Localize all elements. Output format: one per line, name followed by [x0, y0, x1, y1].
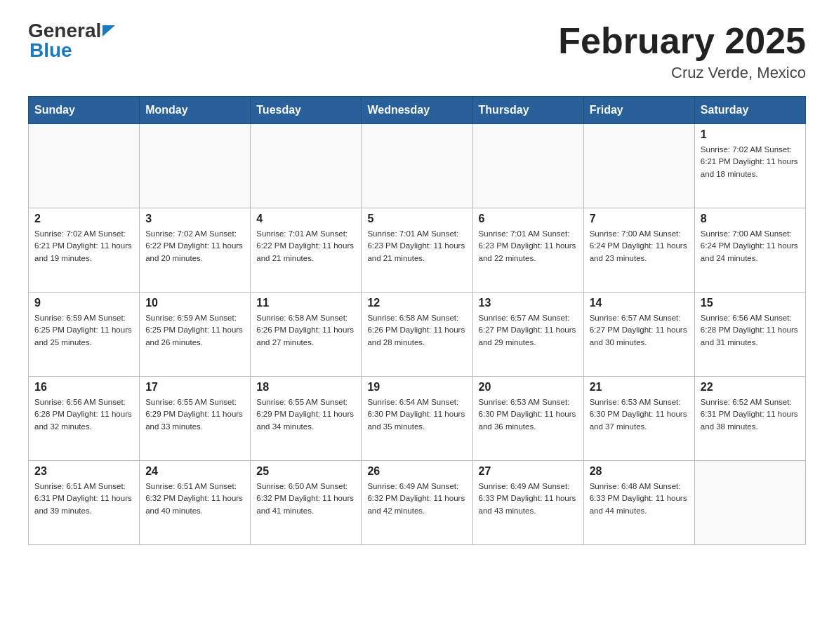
day-info: Sunrise: 7:02 AM Sunset: 6:21 PM Dayligh…: [701, 144, 800, 180]
day-info: Sunrise: 6:58 AM Sunset: 6:26 PM Dayligh…: [367, 312, 466, 349]
col-wednesday: Wednesday: [362, 97, 472, 124]
table-row: [472, 124, 583, 208]
day-number: 1: [701, 128, 800, 141]
day-number: 5: [367, 213, 466, 225]
table-row: 13Sunrise: 6:57 AM Sunset: 6:27 PM Dayli…: [472, 293, 583, 377]
table-row: 10Sunrise: 6:59 AM Sunset: 6:25 PM Dayli…: [140, 293, 251, 377]
calendar-table: Sunday Monday Tuesday Wednesday Thursday…: [28, 96, 806, 545]
day-info: Sunrise: 6:57 AM Sunset: 6:27 PM Dayligh…: [590, 312, 689, 349]
day-info: Sunrise: 6:49 AM Sunset: 6:33 PM Dayligh…: [479, 481, 578, 517]
table-row: 2Sunrise: 7:02 AM Sunset: 6:21 PM Daylig…: [29, 208, 140, 293]
day-number: 13: [479, 297, 578, 309]
calendar-header-row: Sunday Monday Tuesday Wednesday Thursday…: [29, 97, 806, 124]
calendar-title: February 2025: [558, 21, 806, 61]
table-row: 7Sunrise: 7:00 AM Sunset: 6:24 PM Daylig…: [583, 208, 694, 293]
logo: General Blue: [28, 21, 118, 60]
table-row: 1Sunrise: 7:02 AM Sunset: 6:21 PM Daylig…: [694, 124, 805, 208]
table-row: [140, 124, 251, 208]
table-row: 11Sunrise: 6:58 AM Sunset: 6:26 PM Dayli…: [251, 293, 362, 377]
table-row: 17Sunrise: 6:55 AM Sunset: 6:29 PM Dayli…: [140, 377, 251, 461]
title-area: February 2025 Cruz Verde, Mexico: [558, 21, 806, 82]
table-row: [251, 124, 362, 208]
day-number: 27: [479, 465, 578, 478]
table-row: 25Sunrise: 6:50 AM Sunset: 6:32 PM Dayli…: [251, 461, 362, 545]
table-row: 14Sunrise: 6:57 AM Sunset: 6:27 PM Dayli…: [583, 293, 694, 377]
day-number: 12: [367, 297, 466, 309]
day-number: 16: [34, 381, 133, 394]
day-info: Sunrise: 7:02 AM Sunset: 6:21 PM Dayligh…: [34, 228, 133, 264]
day-info: Sunrise: 6:57 AM Sunset: 6:27 PM Dayligh…: [479, 312, 578, 349]
table-row: 20Sunrise: 6:53 AM Sunset: 6:30 PM Dayli…: [472, 377, 583, 461]
day-number: 15: [701, 297, 800, 309]
day-number: 19: [367, 381, 466, 394]
day-info: Sunrise: 7:00 AM Sunset: 6:24 PM Dayligh…: [590, 228, 689, 264]
day-number: 22: [701, 381, 800, 394]
col-tuesday: Tuesday: [251, 97, 362, 124]
table-row: [694, 461, 805, 545]
calendar-week-row: 1Sunrise: 7:02 AM Sunset: 6:21 PM Daylig…: [29, 124, 806, 208]
day-number: 10: [145, 297, 244, 309]
table-row: 6Sunrise: 7:01 AM Sunset: 6:23 PM Daylig…: [472, 208, 583, 293]
calendar-subtitle: Cruz Verde, Mexico: [558, 64, 806, 82]
logo-general-text: General: [28, 21, 101, 41]
logo-blue-text: Blue: [29, 41, 72, 60]
svg-marker-0: [102, 25, 115, 36]
day-number: 9: [34, 297, 133, 309]
day-info: Sunrise: 6:53 AM Sunset: 6:30 PM Dayligh…: [479, 396, 578, 433]
table-row: [29, 124, 140, 208]
day-number: 18: [256, 381, 355, 394]
calendar-week-row: 23Sunrise: 6:51 AM Sunset: 6:31 PM Dayli…: [29, 461, 806, 545]
col-monday: Monday: [140, 97, 251, 124]
day-number: 24: [145, 465, 244, 478]
day-info: Sunrise: 7:01 AM Sunset: 6:23 PM Dayligh…: [479, 228, 578, 264]
day-info: Sunrise: 6:51 AM Sunset: 6:31 PM Dayligh…: [34, 481, 133, 517]
table-row: 3Sunrise: 7:02 AM Sunset: 6:22 PM Daylig…: [140, 208, 251, 293]
header: General Blue February 2025 Cruz Verde, M…: [28, 21, 806, 82]
table-row: 22Sunrise: 6:52 AM Sunset: 6:31 PM Dayli…: [694, 377, 805, 461]
table-row: 5Sunrise: 7:01 AM Sunset: 6:23 PM Daylig…: [362, 208, 472, 293]
day-info: Sunrise: 6:55 AM Sunset: 6:29 PM Dayligh…: [145, 396, 244, 433]
calendar-week-row: 9Sunrise: 6:59 AM Sunset: 6:25 PM Daylig…: [29, 293, 806, 377]
day-info: Sunrise: 6:59 AM Sunset: 6:25 PM Dayligh…: [145, 312, 244, 349]
day-info: Sunrise: 6:56 AM Sunset: 6:28 PM Dayligh…: [701, 312, 800, 349]
table-row: 12Sunrise: 6:58 AM Sunset: 6:26 PM Dayli…: [362, 293, 472, 377]
table-row: 23Sunrise: 6:51 AM Sunset: 6:31 PM Dayli…: [29, 461, 140, 545]
day-info: Sunrise: 6:56 AM Sunset: 6:28 PM Dayligh…: [34, 396, 133, 433]
table-row: [583, 124, 694, 208]
table-row: 8Sunrise: 7:00 AM Sunset: 6:24 PM Daylig…: [694, 208, 805, 293]
day-info: Sunrise: 7:01 AM Sunset: 6:23 PM Dayligh…: [367, 228, 466, 264]
logo-triangle-icon: [102, 22, 118, 38]
table-row: 4Sunrise: 7:01 AM Sunset: 6:22 PM Daylig…: [251, 208, 362, 293]
table-row: [362, 124, 472, 208]
day-info: Sunrise: 6:50 AM Sunset: 6:32 PM Dayligh…: [256, 481, 355, 517]
day-info: Sunrise: 7:02 AM Sunset: 6:22 PM Dayligh…: [145, 228, 244, 264]
day-info: Sunrise: 6:53 AM Sunset: 6:30 PM Dayligh…: [590, 396, 689, 433]
day-number: 17: [145, 381, 244, 394]
day-number: 14: [590, 297, 689, 309]
day-number: 11: [256, 297, 355, 309]
day-number: 3: [145, 213, 244, 225]
day-number: 8: [701, 213, 800, 225]
day-info: Sunrise: 6:54 AM Sunset: 6:30 PM Dayligh…: [367, 396, 466, 433]
table-row: 21Sunrise: 6:53 AM Sunset: 6:30 PM Dayli…: [583, 377, 694, 461]
table-row: 9Sunrise: 6:59 AM Sunset: 6:25 PM Daylig…: [29, 293, 140, 377]
table-row: 27Sunrise: 6:49 AM Sunset: 6:33 PM Dayli…: [472, 461, 583, 545]
day-info: Sunrise: 6:59 AM Sunset: 6:25 PM Dayligh…: [34, 312, 133, 349]
day-number: 7: [590, 213, 689, 225]
day-info: Sunrise: 6:58 AM Sunset: 6:26 PM Dayligh…: [256, 312, 355, 349]
table-row: 26Sunrise: 6:49 AM Sunset: 6:32 PM Dayli…: [362, 461, 472, 545]
day-info: Sunrise: 7:00 AM Sunset: 6:24 PM Dayligh…: [701, 228, 800, 264]
table-row: 15Sunrise: 6:56 AM Sunset: 6:28 PM Dayli…: [694, 293, 805, 377]
day-number: 6: [479, 213, 578, 225]
day-info: Sunrise: 6:55 AM Sunset: 6:29 PM Dayligh…: [256, 396, 355, 433]
col-sunday: Sunday: [29, 97, 140, 124]
day-info: Sunrise: 6:48 AM Sunset: 6:33 PM Dayligh…: [590, 481, 689, 517]
day-number: 26: [367, 465, 466, 478]
table-row: 28Sunrise: 6:48 AM Sunset: 6:33 PM Dayli…: [583, 461, 694, 545]
day-info: Sunrise: 7:01 AM Sunset: 6:22 PM Dayligh…: [256, 228, 355, 264]
day-number: 20: [479, 381, 578, 394]
col-thursday: Thursday: [472, 97, 583, 124]
col-saturday: Saturday: [694, 97, 805, 124]
table-row: 18Sunrise: 6:55 AM Sunset: 6:29 PM Dayli…: [251, 377, 362, 461]
table-row: 19Sunrise: 6:54 AM Sunset: 6:30 PM Dayli…: [362, 377, 472, 461]
